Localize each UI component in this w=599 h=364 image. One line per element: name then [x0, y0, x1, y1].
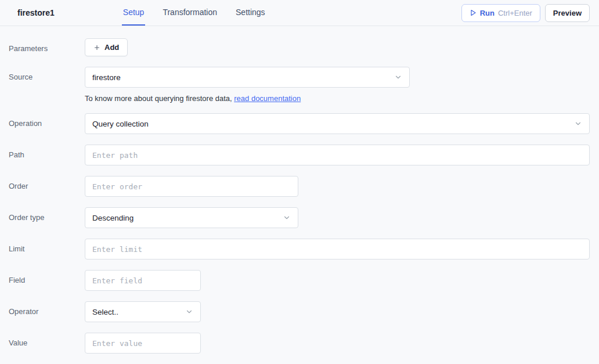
operator-select-value: Select.. — [92, 308, 118, 316]
order-type-select[interactable]: Descending — [85, 207, 298, 228]
path-row: Path — [9, 145, 599, 165]
value-label: Value — [9, 333, 85, 354]
source-help-text: To know more about querying firestore da… — [85, 94, 590, 103]
order-input[interactable] — [85, 176, 298, 197]
chevron-down-icon — [574, 120, 582, 128]
operation-row: Operation Query collection — [9, 113, 599, 134]
query-title: firestore1 — [17, 8, 55, 17]
plus-icon — [93, 44, 100, 51]
run-button-label: Run — [480, 9, 495, 17]
source-label: Source — [9, 67, 85, 103]
value-input[interactable] — [85, 333, 201, 354]
limit-label: Limit — [9, 239, 85, 260]
add-parameter-label: Add — [104, 43, 119, 52]
field-row: Field — [9, 270, 599, 291]
chevron-down-icon — [283, 214, 291, 222]
field-input[interactable] — [85, 270, 201, 291]
header-actions: Run Ctrl+Enter Preview — [461, 4, 590, 22]
order-label: Order — [9, 176, 85, 197]
operator-label: Operator — [9, 301, 85, 322]
operator-row: Operator Select.. — [9, 301, 599, 322]
limit-row: Limit — [9, 239, 599, 260]
tab-setup[interactable]: Setup — [122, 0, 146, 26]
field-label: Field — [9, 270, 85, 291]
query-setup-form: Parameters Add Source firestore To know … — [0, 26, 599, 354]
chevron-down-icon — [185, 308, 193, 316]
source-select[interactable]: firestore — [85, 67, 410, 88]
tab-settings-label: Settings — [236, 8, 265, 17]
operation-select-value: Query collection — [92, 120, 149, 128]
tab-setup-label: Setup — [123, 8, 145, 17]
order-type-select-value: Descending — [92, 214, 133, 222]
operation-label: Operation — [9, 113, 85, 134]
preview-button-label: Preview — [553, 9, 582, 17]
parameters-label: Parameters — [9, 38, 85, 56]
tab-settings[interactable]: Settings — [234, 0, 266, 26]
operator-select[interactable]: Select.. — [85, 301, 201, 322]
play-icon — [470, 9, 477, 16]
value-row: Value — [9, 333, 599, 354]
read-documentation-link[interactable]: read documentation — [234, 94, 301, 103]
limit-input[interactable] — [85, 239, 590, 260]
preview-button[interactable]: Preview — [545, 4, 590, 22]
parameters-row: Parameters Add — [9, 38, 599, 56]
path-label: Path — [9, 145, 85, 165]
run-shortcut-hint: Ctrl+Enter — [498, 9, 532, 17]
query-tabs: Setup Transformation Settings — [122, 0, 266, 26]
source-row: Source firestore To know more about quer… — [9, 67, 599, 103]
path-input[interactable] — [85, 145, 590, 165]
add-parameter-button[interactable]: Add — [85, 38, 128, 56]
query-editor-header: firestore1 Setup Transformation Settings… — [0, 0, 599, 26]
tab-transformation-label: Transformation — [163, 8, 217, 17]
tab-transformation[interactable]: Transformation — [161, 0, 218, 26]
operation-select[interactable]: Query collection — [85, 113, 590, 134]
run-button[interactable]: Run Ctrl+Enter — [461, 4, 540, 22]
source-select-value: firestore — [92, 73, 121, 82]
chevron-down-icon — [394, 73, 402, 81]
order-type-row: Order type Descending — [9, 207, 599, 228]
source-help-prefix: To know more about querying firestore da… — [85, 94, 234, 103]
order-type-label: Order type — [9, 207, 85, 228]
order-row: Order — [9, 176, 599, 197]
